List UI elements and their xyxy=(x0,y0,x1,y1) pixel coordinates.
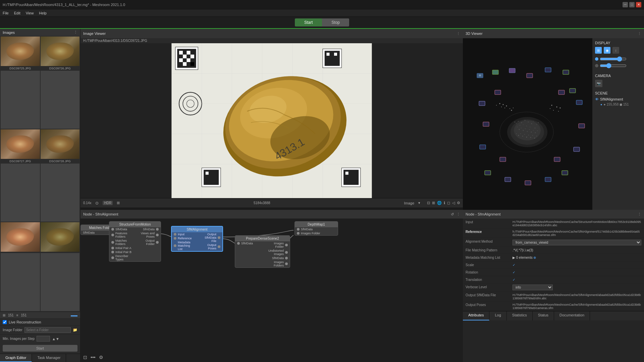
prop-rotation: Rotation ✓ xyxy=(463,269,644,276)
image-mode-select[interactable]: Image xyxy=(404,201,414,205)
display-icon-camera[interactable]: ◉ xyxy=(604,47,610,54)
zoom-reset-icon[interactable]: ⊙ xyxy=(95,201,99,205)
viewer-3d-content[interactable]: DISPLAY ⊞ ◉ ↕ CAMERA xyxy=(463,38,644,210)
svg-rect-126 xyxy=(579,124,585,128)
image-mode-chevron[interactable]: ▾ xyxy=(418,201,420,205)
menu-view[interactable]: View xyxy=(26,11,34,15)
panel-start-button[interactable]: Start xyxy=(3,345,77,352)
tab-task-manager[interactable]: Task Manager xyxy=(32,354,66,362)
tb-icon-1[interactable]: ⊡ xyxy=(427,201,430,205)
node-sfm[interactable]: StructureFromMotion SfMData Features Fol… xyxy=(109,221,161,262)
refresh-icon[interactable]: ↺ xyxy=(451,212,454,217)
viewer-3d-menu-icon[interactable]: ⋮ xyxy=(638,32,641,36)
prop-value-scale[interactable]: ✓ xyxy=(513,262,641,267)
tab-status[interactable]: Status xyxy=(533,311,554,320)
prop-value-alignment[interactable]: from_cameras_viewid xyxy=(513,239,641,245)
image-thumb-4[interactable]: DSC09728.JPG xyxy=(41,129,80,222)
svg-rect-49 xyxy=(206,172,209,175)
dot-imagesfolder-dm xyxy=(297,232,300,235)
tab-log[interactable]: Log xyxy=(489,311,506,320)
close-button[interactable]: ✕ xyxy=(636,2,641,7)
prop-value-reference: h:/TMP/PourAlban/MeshRoom/MeshroomCache/… xyxy=(513,229,641,237)
window-title: H:/TMP/PourAlban/MeshRoom/4313_1_ALL_ter… xyxy=(3,3,125,7)
tab-documentation[interactable]: Documentation xyxy=(554,311,590,320)
image-thumb-6[interactable] xyxy=(41,222,80,311)
verbose-level-select[interactable]: info trace debug warning error xyxy=(513,285,553,290)
alignment-method-select[interactable]: from_cameras_viewid xyxy=(513,240,641,245)
view-slider[interactable]: ▬▬ xyxy=(71,313,77,317)
menu-file[interactable]: File xyxy=(3,11,9,15)
svg-point-97 xyxy=(506,106,507,107)
grid-view-icon[interactable]: ⊞ xyxy=(3,313,5,317)
min-images-input[interactable]: 4 xyxy=(37,336,50,342)
display-icon-orient[interactable]: ↕ xyxy=(612,47,619,54)
minimize-button[interactable]: ─ xyxy=(623,2,628,7)
camera-icon[interactable]: 📷 xyxy=(595,80,602,87)
menu-help[interactable]: Help xyxy=(39,11,47,15)
node-depthmap-title: DepthMap1 xyxy=(295,222,338,227)
node-preparedense[interactable]: PrepareDenseScene2 SfMData Images Folder xyxy=(235,235,290,268)
thumb-preview-2 xyxy=(41,37,80,66)
display-icon-grid[interactable]: ⊞ xyxy=(595,47,602,54)
start-button[interactable]: Start xyxy=(295,18,322,26)
tb-icon-3[interactable]: 🌐 xyxy=(437,201,442,205)
tab-graph-editor[interactable]: Graph Editor xyxy=(0,354,32,362)
more-icon[interactable]: ••• xyxy=(91,355,96,360)
list-view-icon[interactable]: ≡ xyxy=(16,313,18,317)
svg-point-98 xyxy=(509,108,510,109)
prop-label-alignment: Alignment Method xyxy=(466,239,513,243)
fit-icon[interactable]: ⊞ xyxy=(117,201,120,205)
settings-icon[interactable]: ⚙ xyxy=(99,355,103,360)
maximize-button[interactable]: □ xyxy=(629,2,635,7)
node-sfmalignment[interactable]: SfMAlignment Input Reference xyxy=(171,226,223,252)
min-images-spinner[interactable]: ▲▼ xyxy=(52,337,59,341)
svg-rect-12 xyxy=(183,58,186,62)
tb-icon-4[interactable]: ℹ xyxy=(444,201,445,205)
node-panel-menu-icon[interactable]: ⋮ xyxy=(457,212,460,217)
tb-icon-6[interactable]: ◁ xyxy=(452,201,455,205)
svg-rect-127 xyxy=(576,100,582,105)
stop-button[interactable]: Stop xyxy=(322,18,349,26)
slider-1[interactable] xyxy=(600,56,627,62)
scene-eye-icon[interactable]: 👁 xyxy=(595,97,599,101)
slider-2[interactable] xyxy=(600,63,627,68)
live-recon-checkbox[interactable] xyxy=(3,320,7,324)
image-viewer-title: Image Viewer xyxy=(83,32,106,36)
dot-pair-b xyxy=(111,251,114,253)
props-panel-menu-icon[interactable]: ⋮ xyxy=(638,212,641,217)
image-thumb-3[interactable]: DSC09727.JPG xyxy=(1,129,40,222)
scene-item-label: SfMAlignment xyxy=(600,97,623,101)
image-viewer-menu-icon[interactable]: ⋮ xyxy=(457,32,460,36)
prop-value-translation[interactable]: ✓ xyxy=(513,277,641,282)
image-viewer-content[interactable]: 4313.1 xyxy=(80,43,463,198)
dot-out-sfmdata-pd xyxy=(285,257,288,259)
node-sfmalignment-title: SfMAlignment xyxy=(172,227,222,232)
hdr-toggle[interactable]: HDR xyxy=(103,201,113,205)
folder-browse-icon[interactable]: 📁 xyxy=(73,328,77,332)
node-sfm-title: StructureFromMotion xyxy=(109,222,161,227)
tb-icon-5[interactable]: ◻ xyxy=(447,201,450,205)
menu-edit[interactable]: Edit xyxy=(14,11,20,15)
metadata-expand-icon[interactable]: ▶ xyxy=(513,256,515,259)
svg-rect-130 xyxy=(558,90,565,95)
prop-value-metadata[interactable]: ▶ 0 elements ⊕ xyxy=(513,255,641,259)
svg-point-109 xyxy=(479,74,481,76)
image-thumb-2[interactable]: DSC09726.JPG xyxy=(41,37,80,129)
image-thumb-5[interactable] xyxy=(1,222,40,311)
node-panel-content[interactable]: Matches Folder SfMData StructureFromMoti… xyxy=(80,219,463,362)
node-depthmap[interactable]: DepthMap1 SfMData Images Folder xyxy=(294,221,338,236)
tb-icon-7[interactable]: ⚙ xyxy=(457,201,460,205)
image-thumb-1[interactable]: DSC09725.JPG xyxy=(1,37,40,129)
svg-point-101 xyxy=(550,108,550,109)
metadata-add-icon[interactable]: ⊕ xyxy=(533,256,536,259)
image-folder-input[interactable] xyxy=(24,327,71,333)
images-panel-menu-icon[interactable]: ⋮ xyxy=(74,30,77,35)
prop-value-rotation[interactable]: ✓ xyxy=(513,270,641,274)
tab-statistics[interactable]: Statistics xyxy=(507,311,533,320)
fit-view-icon[interactable]: ⊡ xyxy=(83,355,87,360)
tab-attributes[interactable]: Attributes xyxy=(463,311,489,320)
scene-section-title: SCENE xyxy=(595,91,641,95)
tb-icon-2[interactable]: ⊞ xyxy=(432,201,435,205)
svg-rect-129 xyxy=(495,90,501,95)
image-folder-label: Image Folder xyxy=(3,328,22,332)
